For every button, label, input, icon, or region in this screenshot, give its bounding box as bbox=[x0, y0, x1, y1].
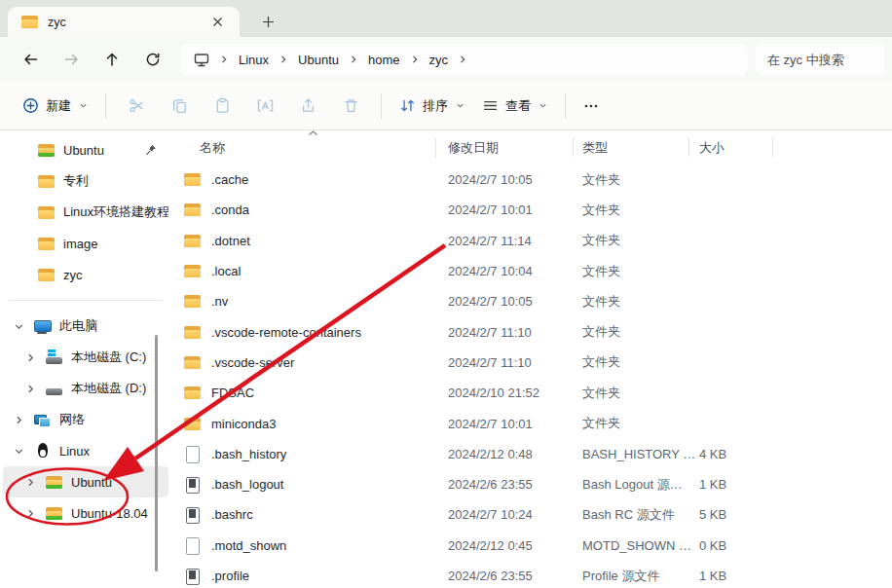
this-pc-icon[interactable] bbox=[189, 52, 214, 68]
chevron-right-icon bbox=[453, 55, 472, 64]
column-resize-handle[interactable] bbox=[573, 137, 574, 158]
breadcrumb-item-linux[interactable]: Linux bbox=[234, 51, 274, 69]
up-button[interactable] bbox=[92, 43, 132, 76]
more-options-button[interactable] bbox=[575, 90, 608, 123]
table-row[interactable]: .bash_logout 2024/2/6 23:55 Bash Logout … bbox=[171, 469, 892, 499]
table-row[interactable]: .motd_shown 2024/2/12 0:45 MOTD_SHOWN … … bbox=[171, 531, 892, 561]
cut-button[interactable] bbox=[115, 90, 158, 123]
sidebar-item[interactable]: Linux环境搭建教程 bbox=[3, 197, 168, 228]
rename-button[interactable] bbox=[243, 90, 286, 123]
chevron-icon[interactable] bbox=[22, 352, 38, 363]
toolbar-divider bbox=[381, 93, 382, 119]
chevron-icon[interactable] bbox=[22, 477, 38, 488]
file-date-modified: 2024/2/7 10:01 bbox=[448, 408, 533, 438]
column-resize-handle[interactable] bbox=[772, 137, 773, 158]
new-button[interactable]: 新建 bbox=[14, 92, 96, 121]
chevron-icon[interactable] bbox=[11, 446, 26, 457]
sidebar-item[interactable]: Linux bbox=[3, 435, 168, 466]
column-header-date[interactable]: 修改日期 bbox=[448, 139, 499, 157]
file-date-modified: 2024/2/12 0:48 bbox=[448, 439, 533, 469]
file-type: 文件夹 bbox=[582, 316, 620, 347]
table-row[interactable]: .bash_history 2024/2/12 0:48 BASH_HISTOR… bbox=[171, 439, 892, 469]
folder-icon bbox=[38, 142, 56, 158]
tree-item-icon bbox=[34, 412, 52, 427]
file-type: Bash Logout 源… bbox=[582, 469, 683, 499]
new-tab-button[interactable] bbox=[251, 7, 284, 37]
table-row[interactable]: .profile 2024/2/6 23:55 Profile 源文件 1 KB bbox=[171, 561, 892, 587]
chevron-icon[interactable] bbox=[22, 508, 38, 519]
table-row[interactable]: .local 2024/2/7 10:04 文件夹 bbox=[171, 256, 892, 286]
chevron-icon[interactable] bbox=[22, 384, 38, 394]
table-row[interactable]: .vscode-remote-containers 2024/2/7 11:10… bbox=[171, 316, 892, 347]
file-type: 文件夹 bbox=[582, 286, 620, 316]
copy-button[interactable] bbox=[158, 90, 201, 123]
search-input[interactable] bbox=[767, 53, 873, 67]
sidebar-item[interactable]: 网络 bbox=[3, 404, 168, 435]
column-header-name[interactable]: 名称 bbox=[200, 139, 225, 157]
table-row[interactable]: .cache 2024/2/7 10:05 文件夹 bbox=[171, 165, 892, 195]
table-row[interactable]: miniconda3 2024/2/7 10:01 文件夹 bbox=[171, 408, 892, 438]
chevron-right-icon bbox=[344, 55, 363, 64]
column-resize-handle[interactable] bbox=[688, 137, 689, 158]
chevron-icon[interactable] bbox=[11, 321, 26, 332]
file-name: FDSAC bbox=[211, 386, 254, 400]
refresh-button[interactable] bbox=[132, 43, 173, 76]
file-type: 文件夹 bbox=[582, 226, 620, 256]
file-icon bbox=[184, 477, 202, 493]
sort-button[interactable]: 排序 bbox=[390, 92, 473, 121]
tree-item-icon bbox=[46, 474, 63, 490]
paste-button[interactable] bbox=[201, 90, 243, 123]
table-row[interactable]: .vscode-server 2024/2/7 11:10 文件夹 bbox=[171, 348, 892, 378]
breadcrumb-item-zyc[interactable]: zyc bbox=[425, 51, 454, 69]
sort-button-label: 排序 bbox=[423, 97, 448, 115]
sidebar-item-label: Ubuntu-18.04 bbox=[71, 506, 148, 521]
breadcrumb-item-ubuntu[interactable]: Ubuntu bbox=[293, 51, 344, 69]
sidebar-scrollbar[interactable] bbox=[155, 335, 158, 571]
chevron-right-icon bbox=[405, 55, 425, 64]
sidebar-item[interactable]: zyc bbox=[3, 259, 168, 290]
sidebar-item-label: 此电脑 bbox=[59, 317, 97, 335]
tab-close-icon[interactable] bbox=[204, 11, 230, 34]
column-resize-handle[interactable] bbox=[435, 137, 436, 158]
table-row[interactable]: .dotnet 2024/2/7 11:14 文件夹 bbox=[171, 226, 892, 256]
table-row[interactable]: .conda 2024/2/7 10:01 文件夹 bbox=[171, 195, 892, 225]
table-row[interactable]: .bashrc 2024/2/7 10:24 Bash RC 源文件 5 KB bbox=[171, 499, 892, 530]
sidebar-item-label: zyc bbox=[63, 268, 83, 282]
file-name: .local bbox=[211, 264, 241, 278]
sidebar-tree: 此电脑 本地磁盘 (C:) bbox=[0, 311, 171, 529]
table-row[interactable]: FDSAC 2024/2/10 21:52 文件夹 bbox=[171, 378, 892, 408]
chevron-right-icon bbox=[274, 55, 293, 64]
folder-icon bbox=[38, 236, 56, 251]
breadcrumb-item-home[interactable]: home bbox=[363, 51, 405, 69]
list-view-icon bbox=[482, 97, 499, 114]
toolbar-divider bbox=[565, 93, 566, 119]
file-icon bbox=[184, 354, 202, 370]
sidebar-item[interactable]: image bbox=[3, 228, 168, 259]
column-header-type[interactable]: 类型 bbox=[582, 139, 608, 157]
chevron-icon[interactable] bbox=[11, 415, 26, 425]
sidebar-item[interactable]: Ubuntu bbox=[3, 134, 168, 165]
sidebar-item[interactable]: 本地磁盘 (D:) bbox=[3, 373, 168, 404]
view-button[interactable]: 查看 bbox=[473, 92, 556, 121]
column-header-size[interactable]: 大小 bbox=[699, 139, 725, 157]
back-button[interactable] bbox=[10, 43, 51, 76]
explorer-tab[interactable]: zyc bbox=[8, 7, 240, 37]
sidebar-item[interactable]: Ubuntu bbox=[3, 466, 168, 497]
delete-button[interactable] bbox=[329, 90, 372, 123]
title-bar: zyc bbox=[0, 0, 892, 37]
sidebar-item[interactable]: 专利 bbox=[3, 165, 168, 197]
sidebar-item[interactable]: Ubuntu-18.04 bbox=[3, 497, 168, 529]
forward-button[interactable] bbox=[51, 43, 92, 76]
folder-icon bbox=[38, 204, 56, 220]
tree-item-icon bbox=[46, 505, 63, 521]
sidebar-item[interactable]: 本地磁盘 (C:) bbox=[3, 342, 168, 373]
file-type: Profile 源文件 bbox=[582, 561, 659, 587]
sidebar-item[interactable]: 此电脑 bbox=[3, 311, 168, 342]
sidebar-item-label: 网络 bbox=[59, 411, 85, 428]
file-name: .motd_shown bbox=[211, 538, 286, 553]
share-button[interactable] bbox=[286, 90, 329, 123]
file-name: .nv bbox=[211, 294, 228, 309]
file-type: BASH_HISTORY … bbox=[582, 439, 695, 469]
table-row[interactable]: .nv 2024/2/7 10:05 文件夹 bbox=[171, 286, 892, 316]
file-icon bbox=[184, 416, 202, 431]
